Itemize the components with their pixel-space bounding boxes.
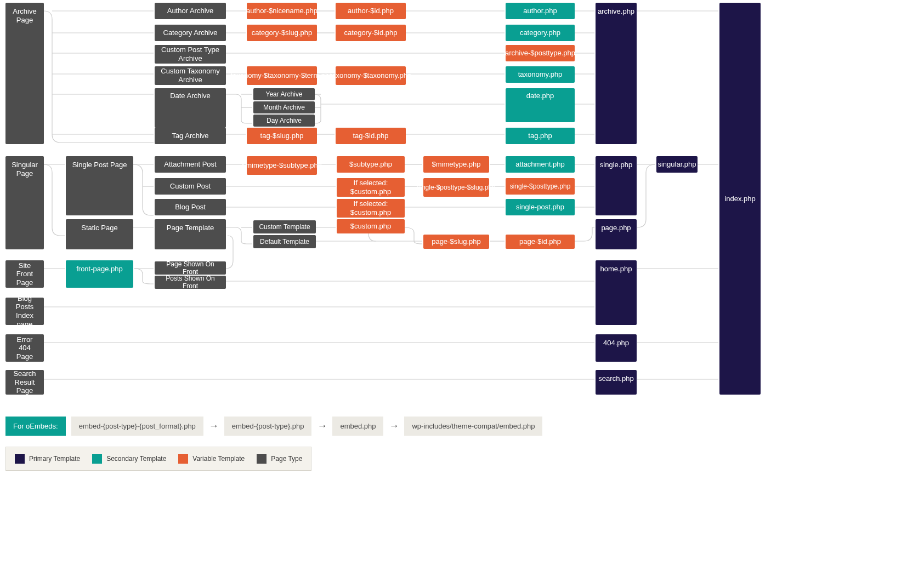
label: If selected: $custom.php xyxy=(341,199,400,216)
node-404-php: 404.php xyxy=(596,334,637,362)
node-single-post-page: Single Post Page xyxy=(66,156,133,215)
label: tag.php xyxy=(528,132,552,140)
node-page-template: Page Template xyxy=(155,219,226,249)
label: single-$posttype-$slug.php xyxy=(417,184,495,191)
node-singular-php: singular.php xyxy=(656,156,698,173)
legend-label: Secondary Template xyxy=(106,455,166,463)
label: tag-$id.php xyxy=(353,132,388,140)
label: archive.php xyxy=(598,7,634,16)
node-category-id: category-$id.php xyxy=(336,25,406,41)
node-page-shown-front: Page Shown On Front xyxy=(155,261,226,275)
label: Error 404 Page xyxy=(10,335,39,361)
label: attachment.php xyxy=(515,160,565,169)
node-author-php: author.php xyxy=(506,3,575,19)
node-posts-shown-front: Posts Shown On Front xyxy=(155,276,226,289)
label: Page Template xyxy=(167,224,214,232)
label: taxonomy.php xyxy=(518,70,563,79)
node-category-php: category.php xyxy=(506,25,575,41)
label: Singular Page xyxy=(10,161,39,178)
oembed-step-2: embed-{post-type}.php xyxy=(224,417,312,436)
node-mimetype: $mimetype.php xyxy=(423,156,489,173)
node-day-archive: Day Archive xyxy=(253,115,315,127)
label: 404.php xyxy=(603,339,629,347)
label: Blog Post xyxy=(175,203,206,212)
oembed-step-1: embed-{post-type}-{post_format}.php xyxy=(71,417,203,436)
node-tag-id: tag-$id.php xyxy=(336,128,406,144)
label: page-$slug.php xyxy=(432,237,481,246)
node-search-result: Search Result Page xyxy=(5,370,44,395)
label: Page Shown On Front xyxy=(159,260,222,276)
node-year-archive: Year Archive xyxy=(253,88,315,100)
label: singular.php xyxy=(657,160,696,169)
legend: Primary Template Secondary Template Vari… xyxy=(5,447,311,471)
node-page-slug: page-$slug.php xyxy=(423,235,489,249)
swatch-primary xyxy=(15,454,25,464)
node-month-archive: Month Archive xyxy=(253,101,315,113)
node-single-php: single.php xyxy=(596,156,637,215)
node-blog-posts-index: Blog Posts Index page xyxy=(5,298,44,325)
connector-lines xyxy=(0,0,924,576)
legend-secondary: Secondary Template xyxy=(92,454,166,464)
label: single-post.php xyxy=(516,203,564,212)
legend-label: Primary Template xyxy=(29,455,80,463)
node-author-archive: Author Archive xyxy=(155,3,226,19)
label: Custom Taxonomy Archive xyxy=(159,67,222,84)
node-tag-slug: tag-$slug.php xyxy=(247,128,317,144)
label: single.php xyxy=(600,161,632,169)
oembed-row: For oEmbeds: embed-{post-type}-{post_for… xyxy=(5,417,542,436)
label: search.php xyxy=(598,374,633,383)
node-front-page-php: front-page.php xyxy=(66,260,133,288)
label: archive-$posttype.php xyxy=(505,49,575,58)
node-taxonomy-tax: taxonomy-$taxonomy.php xyxy=(336,66,406,85)
label: $mimetype-$subtype.php xyxy=(242,161,322,170)
label: Attachment Post xyxy=(164,160,216,169)
oembed-step-4: wp-includes/theme-compat/embed.php xyxy=(404,417,542,436)
swatch-page-type xyxy=(257,454,267,464)
node-archive-page: Archive Page xyxy=(5,3,44,144)
node-custom-template: Custom Template xyxy=(253,220,316,233)
label: author-$nicename.php xyxy=(246,7,318,15)
node-date-archive: Date Archive xyxy=(155,88,226,128)
node-author-nicename: author-$nicename.php xyxy=(247,3,317,19)
label: Default Template xyxy=(260,238,309,246)
label: author-$id.php xyxy=(348,7,394,15)
label: author.php xyxy=(523,7,557,15)
label: $mimetype.php xyxy=(432,160,481,169)
node-singular-page: Singular Page xyxy=(5,156,44,249)
node-search-php: search.php xyxy=(596,370,637,395)
label: page.php xyxy=(601,224,631,232)
node-page-id: page-$id.php xyxy=(506,235,575,249)
label: Year Archive xyxy=(266,90,303,98)
node-mimetype-subtype: $mimetype-$subtype.php xyxy=(247,156,317,175)
legend-variable: Variable Template xyxy=(178,454,245,464)
node-ct-archive: Custom Taxonomy Archive xyxy=(155,66,226,85)
label: Blog Posts Index page xyxy=(10,294,39,328)
label: tag-$slug.php xyxy=(260,132,304,140)
swatch-secondary xyxy=(92,454,102,464)
label: category.php xyxy=(520,28,560,37)
node-tag-archive: Tag Archive xyxy=(155,128,226,144)
node-custom-post: Custom Post xyxy=(155,178,226,195)
label: date.php xyxy=(526,92,554,100)
legend-primary: Primary Template xyxy=(15,454,80,464)
node-author-id: author-$id.php xyxy=(336,3,406,19)
legend-label: Variable Template xyxy=(192,455,245,463)
label: taxonomy-$taxonomy.php xyxy=(330,71,412,80)
label: Tag Archive xyxy=(172,132,208,140)
label: Custom Post Type Archive xyxy=(159,45,222,62)
node-single-post-php: single-post.php xyxy=(506,199,575,215)
label: taxonomy-$taxonomy-$term.php xyxy=(230,71,333,80)
node-if-selected-2: If selected: $custom.php xyxy=(337,199,405,218)
node-archive-php: archive.php xyxy=(596,3,637,144)
node-taxonomy-php: taxonomy.php xyxy=(506,66,575,83)
legend-label: Page Type xyxy=(271,455,302,463)
node-attachment-php: attachment.php xyxy=(506,156,575,173)
node-taxonomy-term: taxonomy-$taxonomy-$term.php xyxy=(247,66,317,85)
arrow-icon: → xyxy=(209,420,219,432)
label: Static Page xyxy=(81,224,118,232)
arrow-icon: → xyxy=(317,420,327,432)
label: Custom Template xyxy=(259,223,310,231)
label: Date Archive xyxy=(170,92,211,100)
label: Month Archive xyxy=(263,104,305,111)
label: $custom.php xyxy=(350,222,391,231)
